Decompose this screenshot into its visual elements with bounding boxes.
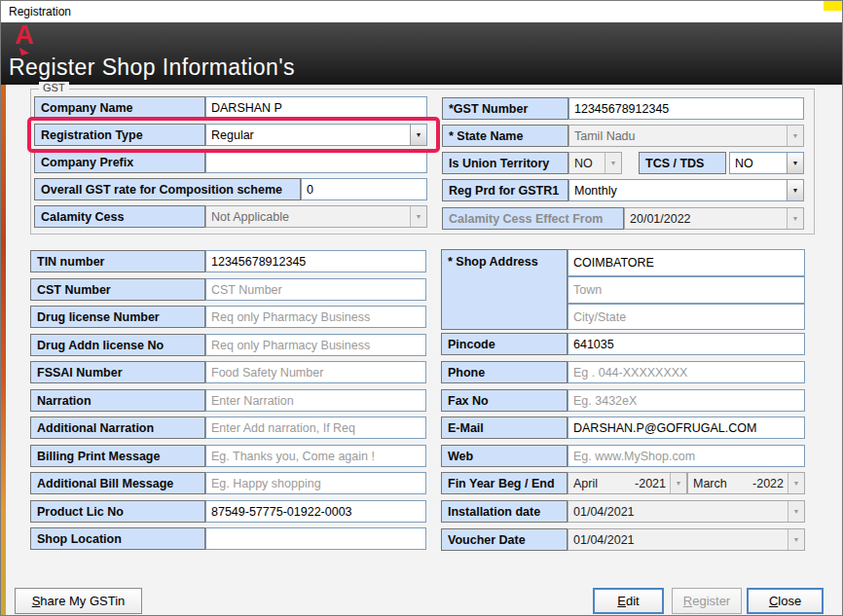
window-title: Registration: [9, 5, 71, 18]
email-label: E-Mail: [441, 417, 568, 439]
fssai-number-input[interactable]: [205, 361, 426, 383]
web-input[interactable]: [568, 445, 805, 467]
window-titlebar: Registration: [1, 1, 843, 22]
fin-year-end-select: March -2022 ▼: [687, 472, 805, 494]
chevron-down-icon: ▼: [605, 153, 621, 173]
chevron-down-icon: ▼: [410, 206, 426, 227]
billing-print-message-input[interactable]: [205, 445, 426, 467]
cst-number-label: CST Number: [30, 278, 205, 301]
voucher-date-label: Voucher Date: [441, 528, 568, 551]
composition-rate-label: Overall GST rate for Composition scheme: [34, 178, 301, 200]
cst-number-input[interactable]: [205, 278, 426, 301]
close-button[interactable]: Close: [747, 588, 824, 614]
voucher-date-value: 01/04/2021: [573, 533, 788, 547]
share-my-gstin-button[interactable]: Share My GSTin: [15, 588, 142, 614]
calamity-effect-label: Calamity Cess Effect From: [442, 207, 624, 230]
tcs-tds-select[interactable]: NO ▼: [729, 152, 804, 174]
voucher-date-field: 01/04/2021 ▼: [568, 528, 805, 551]
narration-input[interactable]: [205, 389, 426, 412]
fin-year-begin-select: April -2021 ▼: [568, 472, 687, 494]
gst-number-label: *GST Number: [442, 97, 568, 120]
composition-rate-input[interactable]: [301, 178, 427, 200]
product-lic-no-label: Product Lic No: [30, 500, 205, 523]
tcs-tds-value: NO: [735, 157, 787, 170]
reg-prd-gstr1-value: Monthly: [574, 184, 787, 198]
chevron-down-icon: ▼: [410, 125, 426, 145]
chevron-down-icon: ▼: [788, 473, 804, 493]
shop-location-input[interactable]: [205, 527, 426, 550]
chevron-down-icon: ▼: [788, 529, 804, 550]
state-name-value: Tamil Nadu: [574, 129, 787, 143]
calamity-effect-date: 20/01/2022 ▼: [624, 207, 804, 230]
union-territory-value: NO: [574, 157, 605, 170]
registration-type-label: Registration Type: [34, 124, 205, 146]
fin-year-end-year: -2022: [752, 477, 788, 490]
installation-date-value: 01/04/2021: [573, 505, 788, 519]
fin-year-begin-year: -2021: [635, 477, 670, 490]
chevron-down-icon: ▼: [788, 501, 804, 522]
fssai-number-label: FSSAI Number: [30, 361, 205, 383]
additional-bill-message-input[interactable]: [205, 472, 426, 494]
shop-address-label: * Shop Address: [441, 249, 568, 330]
drug-license-input[interactable]: [205, 306, 426, 328]
reg-prd-gstr1-select[interactable]: Monthly ▼: [568, 179, 804, 201]
company-name-input[interactable]: [205, 96, 427, 119]
fin-year-begin-month: April: [573, 477, 635, 490]
shop-address-line3-input[interactable]: [568, 304, 805, 330]
drug-addn-license-input[interactable]: [205, 334, 426, 356]
tcs-tds-label: TCS / TDS: [639, 152, 726, 174]
email-input[interactable]: [568, 417, 805, 439]
tin-number-label: TIN number: [30, 250, 205, 272]
company-name-label: Company Name: [34, 96, 205, 119]
fin-year-end-month: March: [693, 477, 752, 490]
additional-bill-message-label: Additional Bill Message: [30, 472, 205, 494]
shop-address-line2-input[interactable]: [568, 276, 805, 304]
product-lic-no-input[interactable]: [205, 500, 426, 523]
tin-number-input[interactable]: [205, 250, 426, 272]
narration-label: Narration: [30, 389, 205, 412]
page-title: Register Shop Information's: [9, 54, 295, 81]
calamity-cess-value: Not Applicable: [211, 210, 410, 224]
drug-license-label: Drug license Number: [30, 306, 205, 328]
phone-input[interactable]: [568, 361, 805, 383]
calamity-cess-label: Calamity Cess: [34, 205, 205, 228]
annotation-letter-a: A: [15, 20, 34, 51]
register-button: Register: [672, 588, 742, 614]
web-label: Web: [441, 445, 568, 467]
calamity-cess-select: Not Applicable ▼: [205, 205, 427, 228]
dialog-header: A Register Shop Information's: [1, 22, 843, 85]
drug-addn-license-label: Drug Addn license No: [30, 334, 205, 356]
installation-date-field: 01/04/2021 ▼: [568, 500, 805, 523]
pincode-input[interactable]: [568, 333, 805, 355]
union-territory-select: NO ▼: [568, 152, 622, 174]
phone-label: Phone: [441, 361, 568, 383]
gst-number-input[interactable]: [568, 97, 804, 120]
fin-year-label: Fin Year Beg / End: [441, 472, 568, 494]
pincode-label: Pincode: [441, 333, 568, 355]
chevron-down-icon: ▼: [787, 153, 803, 173]
shop-location-label: Shop Location: [30, 527, 205, 550]
chevron-down-icon: ▼: [787, 126, 803, 146]
additional-narration-input[interactable]: [205, 417, 426, 439]
shop-address-line1-input[interactable]: [568, 249, 805, 276]
company-prefix-input[interactable]: [205, 151, 427, 173]
registration-type-select[interactable]: Regular ▼: [205, 124, 427, 146]
chevron-down-icon: ▼: [787, 208, 803, 229]
chevron-down-icon: ▼: [670, 473, 686, 493]
union-territory-label: Is Union Territory: [442, 152, 568, 174]
registration-window: Registration A Register Shop Information…: [0, 0, 843, 616]
billing-print-message-label: Billing Print Message: [30, 445, 205, 467]
fax-label: Fax No: [441, 389, 568, 412]
company-prefix-label: Company Prefix: [34, 151, 205, 173]
edit-button[interactable]: Edit: [593, 588, 664, 614]
state-name-select: Tamil Nadu ▼: [568, 125, 804, 147]
state-name-label: * State Name: [442, 125, 568, 147]
gst-groupbox-caption: GST: [39, 82, 69, 93]
additional-narration-label: Additional Narration: [30, 417, 205, 439]
reg-prd-gstr1-label: Reg Prd for GSTR1: [442, 179, 568, 201]
registration-type-value: Regular: [211, 128, 410, 142]
background-yellow-fragment: [824, 1, 843, 11]
fax-input[interactable]: [568, 389, 805, 412]
installation-date-label: Installation date: [441, 500, 568, 523]
calamity-effect-value: 20/01/2022: [630, 212, 787, 226]
